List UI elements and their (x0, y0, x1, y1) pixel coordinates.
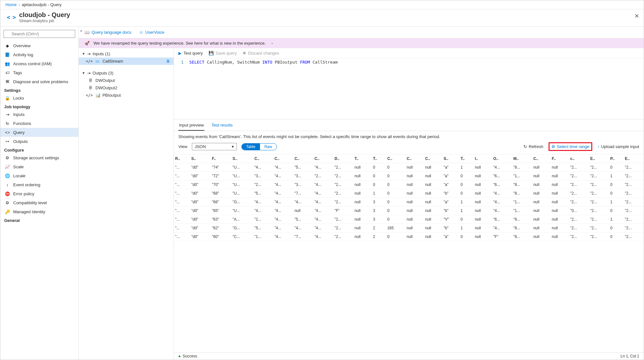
table-header[interactable]: C.. (406, 154, 424, 163)
table-cell: "... (174, 189, 190, 198)
breadcrumb-home[interactable]: Home (5, 2, 17, 7)
table-header[interactable]: C.. (253, 154, 273, 163)
table-header[interactable]: C.. (313, 154, 333, 163)
sidebar-item-access-control-iam-[interactable]: 👥Access control (IAM) (0, 59, 78, 68)
tab-test-results[interactable]: Test results (211, 121, 233, 131)
table-row[interactable]: "..."d0""62""G..."5..."4..."4..."4..."2.… (174, 224, 644, 233)
sidebar-item-event-ordering[interactable]: ↕Event ordering (0, 180, 78, 189)
refresh-button[interactable]: ↻ Refresh (523, 144, 543, 149)
query-docs-link[interactable]: 📖 Query language docs (85, 30, 131, 35)
table-header[interactable]: S.. (442, 154, 459, 163)
table-row[interactable]: "..."d0""68""U..."5..."4..."7..."4..."2.… (174, 189, 644, 198)
sidebar-item-inputs[interactable]: ⇥Inputs (0, 110, 78, 119)
tree-group[interactable]: ▼⇥Inputs (1) (79, 50, 174, 57)
save-query-button[interactable]: 💾 Save query (209, 51, 237, 56)
table-header[interactable]: T.. (372, 154, 386, 163)
table-header[interactable]: C.. (293, 154, 313, 163)
table-cell: 0 (459, 189, 473, 198)
code-content[interactable]: SELECT CallingNum, SwitchNum INTO PBIout… (187, 58, 644, 119)
view-toggle-raw[interactable]: Raw (260, 144, 277, 150)
table-cell: null (532, 189, 550, 198)
collapse-icon[interactable]: « (80, 29, 82, 33)
line-gutter: 1 (174, 58, 187, 119)
sidebar-item-compatibility-level[interactable]: ⚙Compatibility level (0, 198, 78, 207)
sidebar-item-overview[interactable]: ◆Overview (0, 41, 78, 50)
sidebar-item-activity-log[interactable]: 📘Activity log (0, 50, 78, 59)
close-icon[interactable]: ✕ (634, 13, 639, 20)
info-banner[interactable]: 🚀 We have revamped the query testing exp… (79, 38, 644, 48)
table-cell: "4... (492, 206, 512, 215)
table-header[interactable]: M.. (512, 154, 532, 163)
sidebar-item-storage-account-settings[interactable]: ⚙Storage account settings (0, 153, 78, 162)
table-cell: "4... (492, 189, 512, 198)
table-cell: "2... (313, 172, 333, 180)
table-cell: "4... (253, 206, 273, 215)
search-input[interactable] (4, 30, 75, 38)
sidebar-item-locale[interactable]: 🌐Locale (0, 171, 78, 180)
table-header[interactable]: E.. (589, 154, 609, 163)
upload-sample-button[interactable]: ↑ Upload sample input (597, 144, 639, 149)
tree-item-dwoutput2[interactable]: 🛢DWOutput2 (79, 84, 174, 92)
table-header[interactable]: F.. (211, 154, 231, 163)
table-header[interactable]: O.. (492, 154, 512, 163)
sidebar-item-tags[interactable]: 🏷Tags (0, 68, 78, 77)
table-header[interactable]: C.. (273, 154, 293, 163)
uservoice-link[interactable]: ☺ UserVoice (139, 30, 165, 35)
view-select[interactable]: JSON (192, 143, 237, 150)
table-header[interactable]: T.. (353, 154, 371, 163)
sidebar-item-managed-identity[interactable]: 🔑Managed Identity (0, 207, 78, 216)
table-row[interactable]: "..."d0""70""U..."2..."4..."3..."4..."2.… (174, 180, 644, 189)
table-header[interactable]: I.. (474, 154, 492, 163)
tab-input-preview[interactable]: Input preview (178, 121, 204, 131)
table-header[interactable]: F.. (550, 154, 569, 163)
tree-item-dwoutput[interactable]: 🛢DWOutput (79, 77, 174, 84)
table-header[interactable]: E.. (624, 154, 644, 163)
table-header[interactable]: D.. (333, 154, 353, 163)
table-cell: "1... (512, 172, 532, 180)
tree-group[interactable]: ▼⇥Outputs (3) (79, 69, 174, 77)
table-cell: "2... (624, 233, 644, 241)
tree-item-pbioutput[interactable]: </>📊PBIoutput (79, 92, 174, 99)
table-cell: null (474, 224, 492, 233)
sidebar-item-diagnose-and-solve-problems[interactable]: 🛠Diagnose and solve problems (0, 77, 78, 86)
test-query-button[interactable]: ▶ Test query (178, 51, 203, 56)
code-editor[interactable]: 1 SELECT CallingNum, SwitchNum INTO PBIo… (174, 58, 644, 119)
table-header[interactable]: S.. (190, 154, 210, 163)
table-row[interactable]: "..."d0""65""U..."4..."4...null"4..."F"n… (174, 206, 644, 215)
view-toggle-table[interactable]: Table (242, 144, 260, 150)
sidebar-item-scale[interactable]: 📈Scale (0, 162, 78, 171)
document-icon[interactable]: 🗎 (166, 59, 170, 64)
table-row[interactable]: "..."d0""63""A..."2..."4..."5..."4..."2.… (174, 215, 644, 224)
table-cell: "4... (492, 163, 512, 172)
tree-item-callstream[interactable]: </>▭CallStream🗎 (79, 57, 174, 65)
select-time-range-button[interactable]: ⚙ Select time range (549, 142, 592, 151)
table-row[interactable]: "..."d0""72""U..."3..."4..."3..."2..."2.… (174, 172, 644, 180)
sidebar-item-functions[interactable]: fxFunctions (0, 119, 78, 128)
sidebar-item-outputs[interactable]: ↦Outputs (0, 137, 78, 146)
table-header[interactable]: P.. (609, 154, 623, 163)
table-row[interactable]: "..."d0""60""C..."1..."4..."7..."4..."2.… (174, 233, 644, 241)
table-cell: "2... (333, 198, 353, 206)
table-header[interactable]: R.. (174, 154, 190, 163)
table-header[interactable]: T.. (459, 154, 473, 163)
sidebar-item-query[interactable]: <>Query (0, 128, 78, 137)
table-cell: "C... (231, 233, 253, 241)
table-header[interactable]: C.. (532, 154, 550, 163)
table-header[interactable]: C.. (386, 154, 405, 163)
table-cell: null (474, 215, 492, 224)
table-cell: "4... (293, 224, 313, 233)
table-cell: "G... (231, 224, 253, 233)
sidebar-item-error-policy[interactable]: ⛔Error policy (0, 189, 78, 198)
table-cell: "d0" (190, 224, 210, 233)
table-header[interactable]: c.. (569, 154, 589, 163)
table-row[interactable]: "..."d0""66""G..."4..."4..."4..."4..."2.… (174, 198, 644, 206)
preview-description: Showing events from 'CallStream'. This l… (174, 131, 644, 140)
table-header[interactable]: S.. (231, 154, 253, 163)
discard-button[interactable]: ✖ Discard changes (243, 51, 279, 56)
table-row[interactable]: "..."d0""74""U..."4..."4..."5..."4..."2.… (174, 163, 644, 172)
sidebar-item-locks[interactable]: 🔒Locks (0, 93, 78, 102)
save-icon: 💾 (209, 51, 214, 56)
sidebar-item-label: Scale (13, 164, 24, 169)
table-header[interactable]: C.. (424, 154, 442, 163)
table-cell: "60" (211, 233, 231, 241)
